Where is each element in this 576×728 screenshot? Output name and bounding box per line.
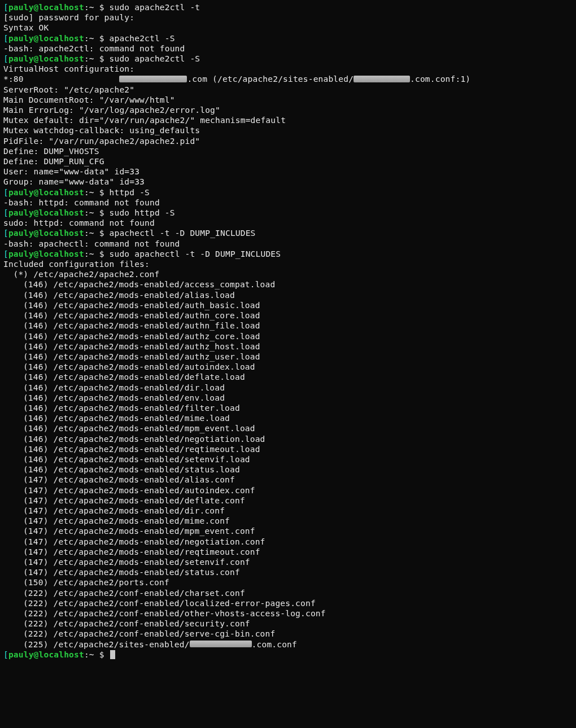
output-text: .com.conf:1) <box>410 74 470 84</box>
output-text: (147) /etc/apache2/mods-enabled/alias.co… <box>23 475 235 484</box>
output-line: (147) /etc/apache2/mods-enabled/status.c… <box>3 567 573 577</box>
output-text: (147) /etc/apache2/mods-enabled/status.c… <box>23 568 240 577</box>
command-text: apache2ctl -S <box>110 34 175 43</box>
output-line: (146) /etc/apache2/mods-enabled/deflate.… <box>3 372 573 382</box>
redacted-text-icon <box>119 76 187 82</box>
output-line: Mutex watchdog-callback: using_defaults <box>3 125 573 135</box>
output-line: (146) /etc/apache2/mods-enabled/access_c… <box>3 279 573 290</box>
output-line: -bash: apachectl: command not found <box>3 239 573 249</box>
output-line: (146) /etc/apache2/mods-enabled/authz_co… <box>3 331 573 341</box>
output-line: (146) /etc/apache2/mods-enabled/status.l… <box>3 464 573 475</box>
output-line: (147) /etc/apache2/mods-enabled/deflate.… <box>3 495 573 506</box>
output-line: (146) /etc/apache2/mods-enabled/negotiat… <box>3 434 573 444</box>
terminal-output[interactable]: [pauly@localhost:~ $ sudo apache2ctl -t[… <box>0 0 576 662</box>
output-text: VirtualHost configuration: <box>3 64 134 73</box>
prompt-cwd: :~ <box>84 208 94 217</box>
prompt-userhost: pauly@localhost <box>8 3 84 12</box>
output-text: (146) /etc/apache2/mods-enabled/env.load <box>23 393 225 402</box>
output-line: -bash: apache2ctl: command not found <box>3 43 573 54</box>
output-text: Syntax OK <box>3 23 49 32</box>
output-line: (*) /etc/apache2/apache2.conf <box>3 269 573 279</box>
output-line: (146) /etc/apache2/mods-enabled/alias.lo… <box>3 290 573 300</box>
output-text: (147) /etc/apache2/mods-enabled/reqtimeo… <box>23 547 260 556</box>
prompt-dollar: $ <box>94 54 110 63</box>
output-text: (146) /etc/apache2/mods-enabled/alias.lo… <box>23 291 235 300</box>
output-text: *:80 <box>3 74 119 84</box>
output-line: (146) /etc/apache2/mods-enabled/authn_co… <box>3 310 573 321</box>
prompt-bracket: [ <box>3 650 8 659</box>
prompt-line: [pauly@localhost:~ $ httpd -S <box>3 187 573 198</box>
output-line: (146) /etc/apache2/mods-enabled/dir.load <box>3 383 573 393</box>
output-text: Main ErrorLog: "/var/log/apache2/error.l… <box>3 106 220 115</box>
prompt-userhost: pauly@localhost <box>8 54 84 63</box>
output-line: (222) /etc/apache2/conf-enabled/charset.… <box>3 588 573 598</box>
output-line: Define: DUMP_RUN_CFG <box>3 156 573 166</box>
output-line: (147) /etc/apache2/mods-enabled/mime.con… <box>3 516 573 526</box>
output-line: (147) /etc/apache2/mods-enabled/alias.co… <box>3 475 573 485</box>
output-text: Included configuration files: <box>3 260 150 269</box>
prompt-line: [pauly@localhost:~ $ sudo httpd -S <box>3 208 573 218</box>
output-line: (222) /etc/apache2/conf-enabled/localize… <box>3 598 573 608</box>
prompt-dollar: $ <box>94 208 110 217</box>
output-text: .com.conf <box>252 640 297 649</box>
output-text: (146) /etc/apache2/mods-enabled/mpm_even… <box>23 424 255 433</box>
output-text: (147) /etc/apache2/mods-enabled/autoinde… <box>23 486 255 495</box>
command-text: sudo apache2ctl -t <box>110 3 200 12</box>
prompt-bracket: [ <box>3 229 8 238</box>
command-text: sudo apache2ctl -S <box>110 54 200 63</box>
prompt-userhost: pauly@localhost <box>8 34 84 43</box>
output-line: (222) /etc/apache2/conf-enabled/serve-cg… <box>3 629 573 639</box>
output-text: (222) /etc/apache2/conf-enabled/security… <box>23 619 250 628</box>
output-line: (147) /etc/apache2/mods-enabled/negotiat… <box>3 537 573 547</box>
command-text: sudo httpd -S <box>110 208 175 217</box>
output-text: (222) /etc/apache2/conf-enabled/charset.… <box>23 589 245 598</box>
output-text: (147) /etc/apache2/mods-enabled/mime.con… <box>23 516 230 525</box>
output-text: .com (/etc/apache2/sites-enabled/ <box>187 74 354 84</box>
output-text: (146) /etc/apache2/mods-enabled/access_c… <box>23 280 276 289</box>
prompt-cwd: :~ <box>84 650 94 659</box>
prompt-line: [pauly@localhost:~ $ <box>3 650 573 660</box>
prompt-line: [pauly@localhost:~ $ apache2ctl -S <box>3 33 573 43</box>
output-text: (146) /etc/apache2/mods-enabled/authz_us… <box>23 352 260 361</box>
cursor-icon <box>110 650 115 659</box>
output-text: (146) /etc/apache2/mods-enabled/deflate.… <box>23 372 245 381</box>
prompt-dollar: $ <box>94 650 110 659</box>
output-line: (222) /etc/apache2/conf-enabled/security… <box>3 619 573 629</box>
output-text: (*) /etc/apache2/apache2.conf <box>13 270 159 279</box>
output-text: (146) /etc/apache2/mods-enabled/authn_fi… <box>23 321 260 330</box>
output-line: (146) /etc/apache2/mods-enabled/authz_ho… <box>3 341 573 352</box>
output-line: (146) /etc/apache2/mods-enabled/reqtimeo… <box>3 444 573 454</box>
prompt-bracket: [ <box>3 208 8 217</box>
output-line: ServerRoot: "/etc/apache2" <box>3 85 573 95</box>
output-text: (225) /etc/apache2/sites-enabled/ <box>23 640 190 649</box>
output-line: (147) /etc/apache2/mods-enabled/reqtimeo… <box>3 547 573 557</box>
prompt-line: [pauly@localhost:~ $ sudo apache2ctl -t <box>3 2 573 12</box>
output-text: (147) /etc/apache2/mods-enabled/dir.conf <box>23 506 225 515</box>
output-text: (150) /etc/apache2/ports.conf <box>23 578 169 587</box>
command-text: apachectl -t -D DUMP_INCLUDES <box>110 229 256 238</box>
output-text: sudo: httpd: command not found <box>3 218 155 227</box>
output-text: (222) /etc/apache2/conf-enabled/localize… <box>23 599 316 608</box>
output-text: -bash: apache2ctl: command not found <box>3 44 185 53</box>
output-line: (150) /etc/apache2/ports.conf <box>3 577 573 587</box>
output-text: Main DocumentRoot: "/var/www/html" <box>3 95 175 104</box>
prompt-bracket: [ <box>3 249 8 258</box>
output-text: (146) /etc/apache2/mods-enabled/filter.l… <box>23 404 240 413</box>
output-line: (146) /etc/apache2/mods-enabled/setenvif… <box>3 454 573 464</box>
output-line: (147) /etc/apache2/mods-enabled/mpm_even… <box>3 526 573 536</box>
output-text: -bash: apachectl: command not found <box>3 239 180 248</box>
output-line: sudo: httpd: command not found <box>3 218 573 228</box>
command-text: sudo apachectl -t -D DUMP_INCLUDES <box>110 249 281 258</box>
output-line: (146) /etc/apache2/mods-enabled/mpm_even… <box>3 423 573 433</box>
output-text: PidFile: "/var/run/apache2/apache2.pid" <box>3 137 200 146</box>
output-line: PidFile: "/var/run/apache2/apache2.pid" <box>3 136 573 146</box>
output-text: (147) /etc/apache2/mods-enabled/setenvif… <box>23 558 250 567</box>
prompt-line: [pauly@localhost:~ $ sudo apachectl -t -… <box>3 249 573 259</box>
output-text: (146) /etc/apache2/mods-enabled/autoinde… <box>23 362 255 371</box>
prompt-dollar: $ <box>94 188 110 197</box>
output-text: (222) /etc/apache2/conf-enabled/other-vh… <box>23 609 326 618</box>
output-text: Define: DUMP_VHOSTS <box>3 147 99 156</box>
output-line: VirtualHost configuration: <box>3 64 573 74</box>
site-enabled-line: (225) /etc/apache2/sites-enabled/.com.co… <box>3 639 573 650</box>
prompt-cwd: :~ <box>84 229 94 238</box>
